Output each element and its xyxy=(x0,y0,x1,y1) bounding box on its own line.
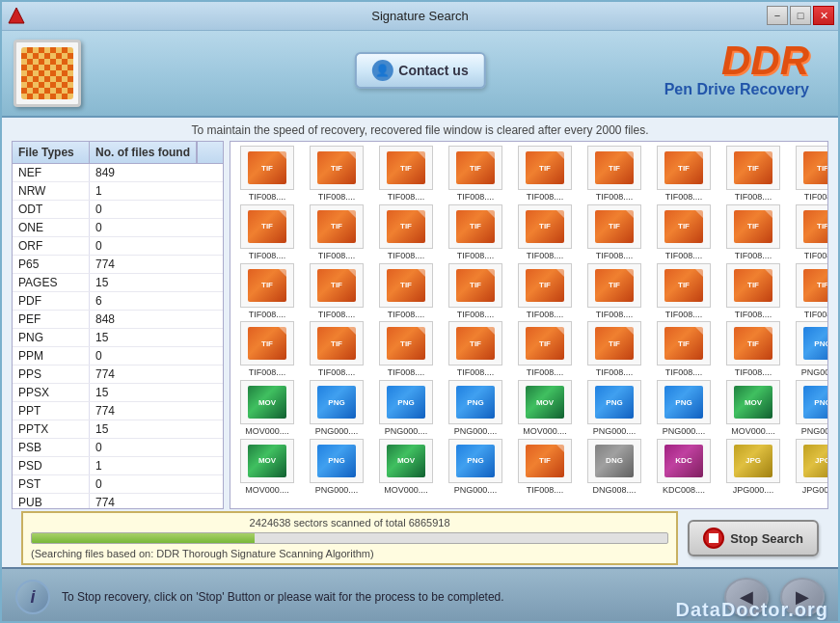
list-item[interactable]: TIF TIF008.... xyxy=(304,146,369,203)
list-item[interactable]: TIF TIF008.... xyxy=(443,263,508,320)
list-item[interactable]: PNG PNG000.... xyxy=(790,380,828,437)
list-item[interactable]: TIF TIF008.... xyxy=(720,146,786,203)
list-item[interactable]: TIF TIF008.... xyxy=(373,204,439,261)
file-count: 849 xyxy=(90,164,223,181)
list-item[interactable]: TIF TIF008.... xyxy=(373,263,439,320)
list-item[interactable]: TIF TIF008.... xyxy=(720,263,786,320)
list-item[interactable]: JPG JPG000.... xyxy=(720,439,786,496)
file-type-icon: TIF xyxy=(387,269,425,302)
list-item[interactable]: TIF TIF008.... xyxy=(582,204,647,261)
list-item[interactable]: MOV MOV000.... xyxy=(373,439,439,496)
stop-search-button[interactable]: Stop Search xyxy=(688,520,819,556)
list-item[interactable]: ORF0 xyxy=(13,237,223,256)
list-item[interactable]: PNG PNG000.... xyxy=(790,321,828,378)
thumbnails-panel[interactable]: TIF TIF008.... TIF TIF008.... TIF TIF008… xyxy=(230,141,828,509)
thumbnail-image: TIF xyxy=(796,263,828,308)
list-item[interactable]: TIF TIF008.... xyxy=(790,263,828,320)
list-item[interactable]: TIF TIF008.... xyxy=(443,146,508,203)
list-item[interactable]: MOV MOV000.... xyxy=(512,380,578,437)
maximize-button[interactable]: □ xyxy=(790,6,811,25)
thumbnail-label: PNG000.... xyxy=(373,426,439,437)
list-item[interactable]: TIF TIF008.... xyxy=(790,204,828,261)
list-item[interactable]: TIF TIF008.... xyxy=(651,204,717,261)
list-item[interactable]: TIF TIF008.... xyxy=(234,146,300,203)
list-item[interactable]: TIF TIF008.... xyxy=(512,263,578,320)
file-type-icon: TIF xyxy=(317,210,356,243)
list-item[interactable]: PNG15 xyxy=(13,329,223,347)
list-item[interactable]: TIF TIF008.... xyxy=(582,263,647,320)
list-item[interactable]: TIF TIF008.... xyxy=(790,146,828,203)
list-item[interactable]: TIF TIF008.... xyxy=(720,321,786,378)
close-button[interactable]: ✕ xyxy=(813,6,834,25)
file-type-icon: TIF xyxy=(664,151,703,184)
minimize-button[interactable]: − xyxy=(767,6,788,25)
list-item[interactable]: ODT0 xyxy=(13,201,223,219)
list-item[interactable]: PNG PNG000.... xyxy=(304,380,369,437)
list-item[interactable]: PPM0 xyxy=(13,347,223,366)
list-item[interactable]: PNG PNG000.... xyxy=(373,380,439,437)
thumbnail-image: TIF xyxy=(726,146,780,190)
list-item[interactable]: TIF TIF008.... xyxy=(651,146,717,203)
list-item[interactable]: MOV MOV000.... xyxy=(720,380,786,437)
list-item[interactable]: PNG PNG000.... xyxy=(443,380,508,437)
list-item[interactable]: P65774 xyxy=(13,256,223,274)
list-item[interactable]: PST0 xyxy=(13,475,223,494)
list-item[interactable]: PPSX15 xyxy=(13,384,223,402)
thumbnail-label: TIF008.... xyxy=(790,192,828,203)
titlebar: Signature Search − □ ✕ xyxy=(2,2,838,31)
list-item[interactable]: TIF TIF008.... xyxy=(234,204,300,261)
file-type-icon: TIF xyxy=(248,327,286,360)
list-item[interactable]: PNG PNG000.... xyxy=(582,380,647,437)
list-item[interactable]: TIF TIF008.... xyxy=(304,321,369,378)
list-item[interactable]: DNG DNG008.... xyxy=(582,439,647,496)
list-item[interactable]: MOV MOV000.... xyxy=(234,439,300,496)
list-item[interactable]: KDC KDC008.... xyxy=(651,439,717,496)
list-item[interactable]: PNG PNG000.... xyxy=(443,439,508,496)
file-types-list[interactable]: NEF849NRW1ODT0ONE0ORF0P65774PAGES15PDF6P… xyxy=(13,164,223,508)
list-item[interactable]: PUB774 xyxy=(13,494,223,508)
file-type-icon: MOV xyxy=(248,445,286,477)
list-item[interactable]: PDF6 xyxy=(13,292,223,311)
file-type-icon: TIF xyxy=(734,210,772,243)
list-item[interactable]: PPTX15 xyxy=(13,420,223,439)
thumbnail-image: TIF xyxy=(518,439,572,483)
list-item[interactable]: TIF TIF008.... xyxy=(651,321,717,378)
thumbnail-label: TIF008.... xyxy=(234,367,300,378)
list-item[interactable]: PSB0 xyxy=(13,439,223,457)
thumbnail-label: TIF008.... xyxy=(720,310,786,320)
contact-button[interactable]: 👤 Contact us xyxy=(354,52,485,89)
thumbnail-image: MOV xyxy=(240,380,294,424)
list-item[interactable]: TIF TIF008.... xyxy=(304,263,369,320)
list-item[interactable]: ONE0 xyxy=(13,219,223,237)
list-item[interactable]: PNG PNG000.... xyxy=(304,439,369,496)
list-item[interactable]: TIF TIF008.... xyxy=(512,439,578,496)
list-item[interactable]: PEF848 xyxy=(13,311,223,329)
list-item[interactable]: TIF TIF008.... xyxy=(651,263,717,320)
list-item[interactable]: TIF TIF008.... xyxy=(373,321,439,378)
list-item[interactable]: MOV MOV000.... xyxy=(234,380,300,437)
list-item[interactable]: TIF TIF008.... xyxy=(512,321,578,378)
list-item[interactable]: PPT774 xyxy=(13,402,223,420)
list-item[interactable]: TIF TIF008.... xyxy=(234,263,300,320)
list-item[interactable]: TIF TIF008.... xyxy=(234,321,300,378)
list-item[interactable]: TIF TIF008.... xyxy=(373,146,439,203)
list-item[interactable]: TIF TIF008.... xyxy=(720,204,786,261)
list-item[interactable]: NEF849 xyxy=(13,164,223,182)
list-item[interactable]: JPG JPG000.... xyxy=(790,439,828,496)
list-item[interactable]: TIF TIF008.... xyxy=(582,321,647,378)
list-item[interactable]: TIF TIF008.... xyxy=(512,204,578,261)
list-item[interactable]: TIF TIF008.... xyxy=(304,204,369,261)
list-item[interactable]: TIF TIF008.... xyxy=(443,321,508,378)
brand-name: DDR xyxy=(664,41,809,81)
list-item[interactable]: TIF TIF008.... xyxy=(582,146,647,203)
list-item[interactable]: PSD1 xyxy=(13,457,223,475)
list-item[interactable]: TIF TIF008.... xyxy=(443,204,508,261)
list-item[interactable]: PAGES15 xyxy=(13,274,223,292)
list-item[interactable]: PPS774 xyxy=(13,366,223,384)
file-type-icon: TIF xyxy=(664,327,703,360)
thumbnail-image: TIF xyxy=(379,321,433,366)
list-item[interactable]: NRW1 xyxy=(13,182,223,201)
list-item[interactable]: TIF TIF008.... xyxy=(512,146,578,203)
thumbnail-label: TIF008.... xyxy=(304,192,369,203)
list-item[interactable]: PNG PNG000.... xyxy=(651,380,717,437)
